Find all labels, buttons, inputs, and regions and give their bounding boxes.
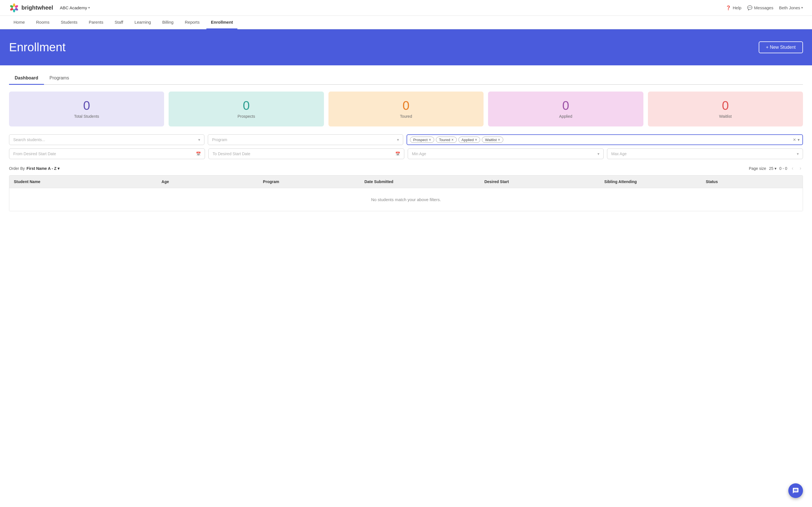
filter-tag-toured: Toured× — [436, 136, 457, 143]
table-header-status: Status — [701, 175, 803, 188]
top-bar-left: brightwheel ABC Academy ▾ — [9, 3, 90, 13]
filter-expand-button[interactable]: ▾ — [798, 137, 800, 142]
new-student-button[interactable]: + New Student — [759, 41, 803, 53]
stat-label-toured: Toured — [400, 114, 412, 119]
order-by-selector[interactable]: First Name A - Z ▾ — [27, 166, 59, 171]
filter-tag-waitlist: Waitlist× — [482, 136, 503, 143]
user-menu[interactable]: Beth Jones ▾ — [779, 5, 803, 10]
stat-number-prospects: 0 — [243, 100, 250, 112]
stat-label-prospects: Prospects — [238, 114, 255, 119]
academy-selector[interactable]: ABC Academy ▾ — [60, 5, 90, 10]
program-chevron-icon: ▾ — [397, 137, 399, 142]
top-bar-right: ❓ Help 💬 Messages Beth Jones ▾ — [726, 5, 803, 10]
search-chevron-icon: ▾ — [198, 137, 200, 142]
page-size-selector[interactable]: 25 ▾ — [769, 166, 776, 171]
main-content: DashboardPrograms 0 Total Students 0 Pro… — [0, 65, 812, 507]
stat-card-applied[interactable]: 0 Applied — [488, 92, 643, 126]
page-size-label: Page size — [749, 166, 766, 171]
messages-label: Messages — [754, 5, 773, 10]
page-size-value: 25 — [769, 166, 773, 171]
academy-caret: ▾ — [88, 6, 90, 10]
messages-icon: 💬 — [747, 5, 753, 10]
program-filter[interactable]: Program ▾ — [208, 134, 403, 145]
tab-dashboard[interactable]: Dashboard — [9, 72, 44, 85]
page-size-caret-icon: ▾ — [774, 166, 776, 171]
stat-card-toured[interactable]: 0 Toured — [328, 92, 484, 126]
nav-item-home[interactable]: Home — [9, 16, 29, 29]
hero-section: Enrollment + New Student — [0, 29, 812, 65]
search-placeholder: Search students... — [13, 137, 45, 142]
table-header-desired_start: Desired Start — [480, 175, 600, 188]
nav-item-parents[interactable]: Parents — [84, 16, 108, 29]
filter-tag-label-waitlist: Waitlist — [485, 138, 497, 142]
table-controls: Order By First Name A - Z ▾ Page size 25… — [9, 165, 803, 172]
max-age-chevron-icon: ▾ — [797, 152, 799, 156]
no-results-message: No students match your above filters. — [9, 188, 803, 211]
logo-text: brightwheel — [21, 4, 53, 11]
max-age-placeholder: Max Age — [611, 152, 626, 156]
filter-tag-applied: Applied× — [458, 136, 480, 143]
stats-row: 0 Total Students 0 Prospects 0 Toured 0 … — [9, 92, 803, 126]
table-header: Student NameAgeProgramDate SubmittedDesi… — [9, 175, 803, 188]
stat-number-total: 0 — [83, 100, 90, 112]
clear-filters-button[interactable]: × — [793, 137, 796, 143]
status-filter-tags[interactable]: Prospect×Toured×Applied×Waitlist××▾ — [407, 134, 803, 145]
filter-tag-label-applied: Applied — [462, 138, 474, 142]
prev-page-button[interactable]: ‹ — [790, 165, 795, 172]
search-students-input[interactable]: Search students... ▾ — [9, 134, 204, 145]
filter-tag-remove-toured[interactable]: × — [451, 137, 454, 142]
svg-point-7 — [13, 6, 15, 9]
filter-tag-label-toured: Toured — [439, 138, 450, 142]
to-date-input[interactable]: To Desired Start Date 📅 — [208, 149, 404, 159]
filter-tag-remove-applied[interactable]: × — [475, 137, 477, 142]
tab-programs[interactable]: Programs — [44, 72, 75, 85]
stat-card-total[interactable]: 0 Total Students — [9, 92, 164, 126]
academy-name: ABC Academy — [60, 5, 87, 10]
help-icon: ❓ — [726, 5, 731, 10]
order-by-control: Order By First Name A - Z ▾ — [9, 166, 59, 171]
nav-item-billing[interactable]: Billing — [158, 16, 178, 29]
table-header-program: Program — [259, 175, 360, 188]
nav-item-students[interactable]: Students — [56, 16, 82, 29]
tab-bar: DashboardPrograms — [9, 72, 803, 85]
pagination-controls: Page size 25 ▾ 0 - 0 ‹ › — [749, 165, 803, 172]
help-button[interactable]: ❓ Help — [726, 5, 742, 10]
table-header-age: Age — [157, 175, 259, 188]
table-header-date_submitted: Date Submitted — [360, 175, 479, 188]
filter-tag-remove-prospect[interactable]: × — [429, 137, 431, 142]
min-age-chevron-icon: ▾ — [598, 152, 599, 156]
filters-row-1: Search students... ▾ Program ▾ Prospect×… — [9, 134, 803, 145]
nav-item-learning[interactable]: Learning — [130, 16, 155, 29]
chat-bubble-button[interactable] — [788, 483, 803, 498]
stat-number-toured: 0 — [403, 100, 409, 112]
nav-item-staff[interactable]: Staff — [110, 16, 128, 29]
filter-tag-remove-waitlist[interactable]: × — [498, 137, 500, 142]
top-bar: brightwheel ABC Academy ▾ ❓ Help 💬 Messa… — [0, 0, 812, 16]
from-date-placeholder: From Desired Start Date — [13, 152, 56, 156]
max-age-select[interactable]: Max Age ▾ — [607, 149, 803, 159]
filter-tag-label-prospect: Prospect — [413, 138, 427, 142]
stat-card-prospects[interactable]: 0 Prospects — [168, 92, 324, 126]
min-age-select[interactable]: Min Age ▾ — [408, 149, 604, 159]
filter-tag-prospect: Prospect× — [410, 136, 434, 143]
calendar-icon-from: 📅 — [196, 152, 201, 156]
to-date-placeholder: To Desired Start Date — [213, 152, 250, 156]
filter-tags-controls: ×▾ — [793, 137, 800, 143]
stat-label-total: Total Students — [74, 114, 99, 119]
logo[interactable]: brightwheel — [9, 3, 53, 13]
user-name-text: Beth Jones — [779, 5, 800, 10]
nav-item-reports[interactable]: Reports — [180, 16, 204, 29]
chat-icon — [792, 487, 799, 494]
messages-button[interactable]: 💬 Messages — [747, 5, 773, 10]
stat-number-waitlist: 0 — [722, 100, 729, 112]
table-header-name: Student Name — [9, 175, 157, 188]
stat-card-waitlist[interactable]: 0 Waitlist — [648, 92, 803, 126]
nav-item-enrollment[interactable]: Enrollment — [206, 16, 238, 29]
next-page-button[interactable]: › — [798, 165, 803, 172]
page-title: Enrollment — [9, 41, 66, 54]
from-date-input[interactable]: From Desired Start Date 📅 — [9, 149, 205, 159]
students-table: Student NameAgeProgramDate SubmittedDesi… — [9, 175, 803, 211]
help-label: Help — [733, 5, 742, 10]
min-age-placeholder: Min Age — [412, 152, 426, 156]
nav-item-rooms[interactable]: Rooms — [32, 16, 54, 29]
